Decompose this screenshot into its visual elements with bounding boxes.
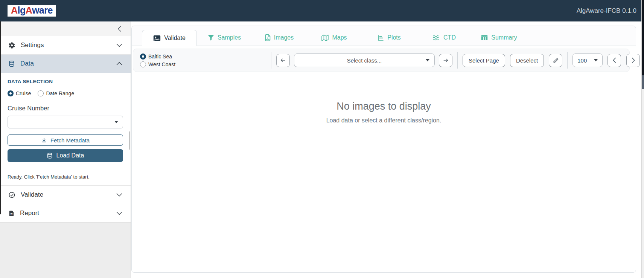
download-icon bbox=[41, 137, 47, 143]
data-selection-panel: DATA SELECTION Cruise Date Range Cruise … bbox=[0, 73, 131, 185]
toolbar-divider bbox=[457, 52, 458, 69]
load-data-button[interactable]: Load Data bbox=[8, 149, 123, 162]
cruise-number-label: Cruise Number bbox=[8, 105, 123, 112]
select-page-button[interactable]: Select Page bbox=[463, 54, 505, 67]
main-content: Validate Samples Images bbox=[131, 21, 644, 278]
tab-summary[interactable]: Summary bbox=[472, 30, 527, 46]
cruise-number-select[interactable] bbox=[8, 116, 123, 128]
next-class-button[interactable] bbox=[439, 54, 452, 67]
content-card: Validate Samples Images bbox=[131, 26, 636, 273]
arrow-right-icon bbox=[442, 57, 449, 63]
caret-down-icon bbox=[594, 59, 598, 61]
chevron-down-icon bbox=[116, 43, 122, 47]
gear-icon bbox=[8, 42, 15, 49]
database-icon bbox=[8, 60, 15, 67]
empty-state-title: No images to display bbox=[132, 101, 636, 112]
data-selection-title: DATA SELECTION bbox=[8, 79, 123, 84]
scrollbar-thumb[interactable] bbox=[642, 75, 644, 89]
file-image-icon bbox=[265, 34, 271, 41]
west-coast-label: West Coast bbox=[148, 61, 175, 67]
check-circle-icon bbox=[8, 191, 15, 199]
ruler-icon bbox=[552, 57, 559, 64]
arrow-left-icon bbox=[280, 57, 286, 63]
caret-down-icon bbox=[426, 59, 429, 61]
validate-toolbar: Baltic Sea West Coast Select class... bbox=[133, 49, 630, 72]
cruise-radio[interactable] bbox=[8, 90, 14, 96]
sidebar-empty-area bbox=[0, 222, 131, 278]
fetch-metadata-button[interactable]: Fetch Metadata bbox=[8, 134, 123, 146]
tab-plots[interactable]: Plots bbox=[362, 30, 417, 46]
sidebar-item-validate[interactable]: Validate bbox=[0, 185, 131, 204]
chevron-left-icon bbox=[612, 57, 617, 63]
sidebar-item-label: Data bbox=[20, 60, 34, 67]
class-select[interactable]: Select class... bbox=[294, 53, 435, 67]
toolbar-divider bbox=[271, 52, 271, 69]
caret-down-icon bbox=[114, 121, 118, 123]
sidebar-collapse-row bbox=[0, 21, 131, 36]
chevron-up-icon bbox=[116, 62, 122, 66]
date-range-radio[interactable] bbox=[38, 90, 44, 96]
scrollbar-track-dark bbox=[642, 0, 644, 75]
baltic-sea-label: Baltic Sea bbox=[148, 53, 172, 60]
table-icon bbox=[481, 35, 488, 41]
tab-samples[interactable]: Samples bbox=[197, 30, 252, 46]
chevron-down-icon bbox=[116, 211, 122, 215]
word-document-icon: w bbox=[8, 210, 15, 217]
tab-ctd[interactable]: CTD bbox=[417, 30, 472, 46]
collapse-sidebar-icon[interactable] bbox=[117, 26, 122, 32]
svg-text:w: w bbox=[10, 212, 13, 215]
sidebar-item-data[interactable]: Data bbox=[0, 54, 131, 73]
region-radio-group: Baltic Sea West Coast bbox=[140, 53, 266, 67]
deselect-button[interactable]: Deselect bbox=[510, 54, 544, 67]
empty-state-subtitle: Load data or select a different class/re… bbox=[132, 117, 636, 124]
sidebar-item-label: Settings bbox=[21, 41, 44, 49]
page-size-select[interactable]: 100 bbox=[572, 53, 603, 67]
tab-bar: Validate Samples Images bbox=[132, 26, 636, 46]
date-range-radio-label: Date Range bbox=[46, 90, 74, 96]
algaware-logo: AlgAware bbox=[8, 5, 56, 17]
tab-validate[interactable]: Validate bbox=[142, 30, 197, 46]
app-version: AlgAware-IFCB 0.1.0 bbox=[577, 7, 636, 15]
cruise-radio-label: Cruise bbox=[16, 90, 31, 96]
region-west-coast-option[interactable]: West Coast bbox=[140, 61, 266, 67]
sidebar-item-label: Report bbox=[20, 209, 39, 217]
empty-state: No images to display Load data or select… bbox=[132, 101, 636, 124]
tab-maps[interactable]: Maps bbox=[307, 30, 362, 46]
toolbar-divider bbox=[567, 52, 568, 69]
sidebar-item-report[interactable]: w Report bbox=[0, 204, 131, 222]
sidebar-item-label: Validate bbox=[21, 191, 43, 199]
bar-chart-icon bbox=[378, 35, 384, 41]
chevron-down-icon bbox=[116, 193, 122, 197]
filter-icon bbox=[208, 35, 214, 41]
previous-class-button[interactable] bbox=[276, 54, 290, 67]
west-coast-radio[interactable] bbox=[140, 61, 146, 67]
map-icon bbox=[321, 35, 329, 41]
previous-page-button[interactable] bbox=[607, 54, 621, 67]
waves-icon bbox=[432, 35, 440, 41]
sidebar-left-scrollbar[interactable] bbox=[0, 21, 1, 214]
image-icon bbox=[153, 35, 161, 41]
sidebar-scrollbar-thumb[interactable] bbox=[129, 131, 130, 150]
label-tool-button[interactable] bbox=[549, 54, 562, 67]
sidebar: Settings Data DATA SELECTION Cruise Date… bbox=[0, 21, 131, 278]
chevron-right-icon bbox=[631, 57, 635, 63]
sidebar-item-settings[interactable]: Settings bbox=[0, 36, 131, 54]
top-navbar: AlgAware AlgAware-IFCB 0.1.0 bbox=[0, 0, 644, 21]
page-size-value: 100 bbox=[577, 57, 587, 64]
page-scrollbar[interactable] bbox=[641, 0, 644, 278]
status-message: Ready. Click 'Fetch Metadata' to start. bbox=[8, 169, 123, 185]
database-icon bbox=[47, 153, 53, 159]
baltic-sea-radio[interactable] bbox=[140, 53, 146, 60]
region-baltic-option[interactable]: Baltic Sea bbox=[140, 53, 266, 60]
tab-images[interactable]: Images bbox=[252, 30, 307, 46]
next-page-button[interactable] bbox=[626, 54, 640, 67]
logo-text: A bbox=[11, 5, 18, 15]
class-select-placeholder: Select class... bbox=[347, 57, 382, 64]
data-mode-radio-group: Cruise Date Range bbox=[8, 90, 123, 96]
